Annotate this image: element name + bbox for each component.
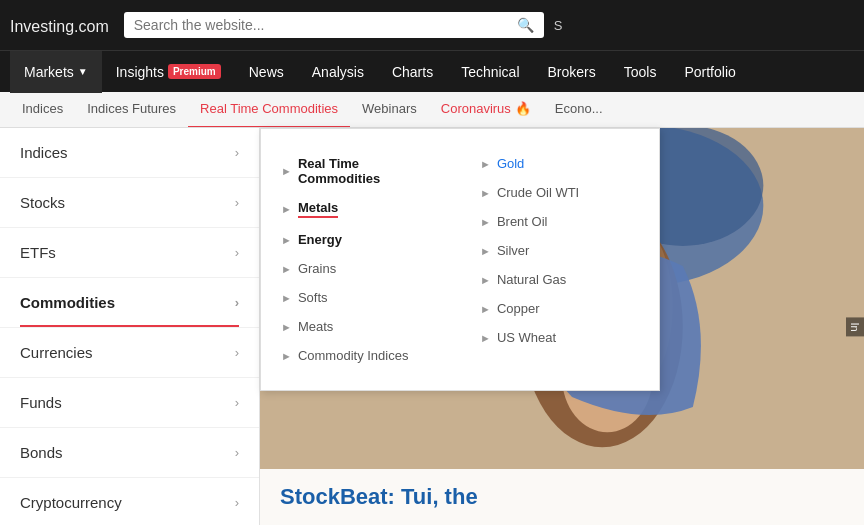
chevron-right-icon: › (235, 245, 239, 260)
sidebar-item-commodities[interactable]: Commodities › (0, 278, 259, 328)
nav-item-analysis[interactable]: Analysis (298, 51, 378, 93)
sub-nav-real-time-commodities[interactable]: Real Time Commodities (188, 92, 350, 128)
hero-title: StockBeat: Tui, the (280, 484, 844, 510)
sidebar-item-etfs[interactable]: ETFs › (0, 228, 259, 278)
logo-brand: Investing (10, 18, 74, 35)
dropdown-copper[interactable]: ► Copper (470, 294, 649, 323)
bullet-icon: ► (480, 332, 491, 344)
dropdown-commodity-indices[interactable]: ► Commodity Indices (271, 341, 450, 370)
bullet-icon: ► (480, 187, 491, 199)
dropdown-gold[interactable]: ► Gold (470, 149, 649, 178)
nav-item-markets[interactable]: Markets ▼ (10, 51, 102, 93)
sidebar-item-cryptocurrency[interactable]: Cryptocurrency › (0, 478, 259, 525)
site-logo[interactable]: Investing.com (10, 12, 109, 38)
premium-badge: Premium (168, 64, 221, 79)
sidebar-item-stocks[interactable]: Stocks › (0, 178, 259, 228)
nav-bar: Markets ▼ Insights Premium News Analysis… (0, 50, 864, 92)
dropdown-energy[interactable]: ► Energy (271, 225, 450, 254)
bullet-icon: ► (480, 274, 491, 286)
bullet-icon: ► (281, 321, 292, 333)
bullet-icon: ► (281, 165, 292, 177)
top-bar: Investing.com 🔍 S (0, 0, 864, 50)
commodities-dropdown: ► Real Time Commodities ► Metals ► Energ… (260, 128, 660, 391)
dropdown-silver[interactable]: ► Silver (470, 236, 649, 265)
sidebar-item-funds[interactable]: Funds › (0, 378, 259, 428)
bullet-icon: ► (480, 245, 491, 257)
search-icon[interactable]: 🔍 (517, 17, 534, 33)
logo-tld: .com (74, 18, 109, 35)
top-bar-right: S (554, 18, 563, 33)
right-edge-indicator: In (846, 317, 864, 336)
chevron-right-icon: › (235, 445, 239, 460)
nav-item-portfolio[interactable]: Portfolio (670, 51, 749, 93)
bullet-icon: ► (281, 203, 292, 215)
main-content: Indices › Stocks › ETFs › Commodities › … (0, 128, 864, 525)
sub-nav-indices[interactable]: Indices (10, 92, 75, 128)
chevron-right-icon: › (235, 195, 239, 210)
sub-nav-coronavirus[interactable]: Coronavirus 🔥 (429, 92, 543, 128)
bullet-icon: ► (281, 350, 292, 362)
dropdown-softs[interactable]: ► Softs (271, 283, 450, 312)
bullet-icon: ► (281, 263, 292, 275)
bullet-icon: ► (281, 234, 292, 246)
sub-nav-econo[interactable]: Econo... (543, 92, 615, 128)
bullet-icon: ► (480, 158, 491, 170)
bullet-icon: ► (281, 292, 292, 304)
chevron-right-icon: › (235, 145, 239, 160)
dropdown-crude-oil-wti[interactable]: ► Crude Oil WTI (470, 178, 649, 207)
chevron-right-icon: › (235, 295, 239, 310)
nav-item-brokers[interactable]: Brokers (534, 51, 610, 93)
chevron-down-icon: ▼ (78, 66, 88, 77)
sub-nav-indices-futures[interactable]: Indices Futures (75, 92, 188, 128)
sub-nav: Indices Indices Futures Real Time Commod… (0, 92, 864, 128)
dropdown-real-time-commodities[interactable]: ► Real Time Commodities (271, 149, 450, 193)
dropdown-natural-gas[interactable]: ► Natural Gas (470, 265, 649, 294)
sub-nav-webinars[interactable]: Webinars (350, 92, 429, 128)
nav-item-insights[interactable]: Insights Premium (102, 51, 235, 93)
dropdown-us-wheat[interactable]: ► US Wheat (470, 323, 649, 352)
dropdown-left-col: ► Real Time Commodities ► Metals ► Energ… (261, 149, 460, 370)
nav-item-tools[interactable]: Tools (610, 51, 671, 93)
search-input[interactable] (134, 17, 517, 33)
dropdown-grains[interactable]: ► Grains (271, 254, 450, 283)
chevron-right-icon: › (235, 345, 239, 360)
sidebar-item-indices[interactable]: Indices › (0, 128, 259, 178)
sidebar-item-bonds[interactable]: Bonds › (0, 428, 259, 478)
bullet-icon: ► (480, 303, 491, 315)
nav-item-news[interactable]: News (235, 51, 298, 93)
chevron-right-icon: › (235, 395, 239, 410)
sidebar-item-currencies[interactable]: Currencies › (0, 328, 259, 378)
dropdown-metals[interactable]: ► Metals (271, 193, 450, 225)
hero-overlay: StockBeat: Tui, the (260, 469, 864, 525)
chevron-right-icon: › (235, 495, 239, 510)
nav-item-technical[interactable]: Technical (447, 51, 533, 93)
search-bar[interactable]: 🔍 (124, 12, 544, 38)
nav-item-charts[interactable]: Charts (378, 51, 447, 93)
sidebar: Indices › Stocks › ETFs › Commodities › … (0, 128, 260, 525)
dropdown-brent-oil[interactable]: ► Brent Oil (470, 207, 649, 236)
fire-icon: 🔥 (515, 101, 531, 116)
dropdown-meats[interactable]: ► Meats (271, 312, 450, 341)
dropdown-right-col: ► Gold ► Crude Oil WTI ► Brent Oil ► Sil… (460, 149, 659, 370)
bullet-icon: ► (480, 216, 491, 228)
